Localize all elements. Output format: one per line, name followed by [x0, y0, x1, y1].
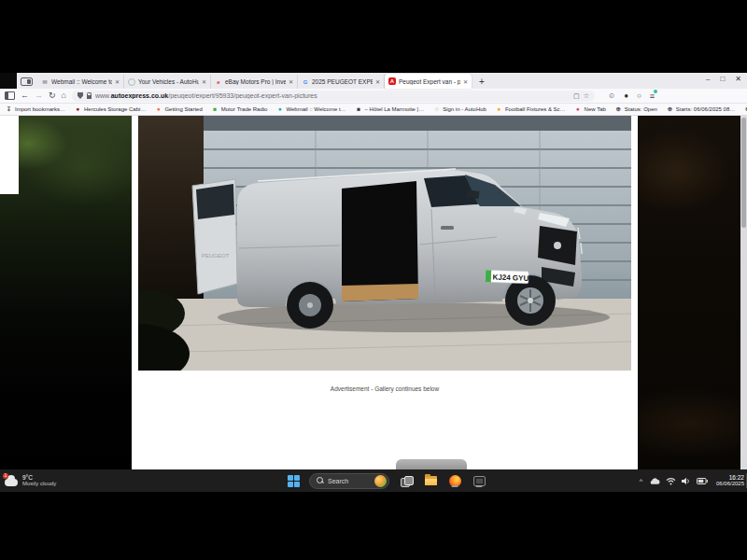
- bookmark-label: New Tab: [585, 106, 606, 112]
- clock-date: 06/06/2025: [716, 481, 744, 487]
- url-bar[interactable]: www.autoexpress.co.uk/peugeot/expert/959…: [72, 91, 595, 102]
- extension-icon-1[interactable]: ☺: [608, 92, 615, 100]
- bookmark-star-icon[interactable]: ☆: [584, 92, 589, 100]
- bookmark-item[interactable]: ● Getting Started: [155, 106, 202, 113]
- bookmark-item[interactable]: ⊕ Status: Open: [615, 106, 657, 113]
- browser-tab[interactable]: Your Vehicles - AutoHub ✕: [124, 75, 211, 89]
- tab-bar: ✉ Webmail :: Welcome to Webm ✕ Your Vehi…: [0, 73, 747, 89]
- bookmark-favicon: ●: [75, 106, 81, 113]
- tab-favicon: [128, 78, 135, 86]
- search-icon: [317, 477, 324, 484]
- speaker-icon[interactable]: [682, 477, 691, 485]
- page-action-icon[interactable]: ▢: [573, 92, 580, 100]
- forward-icon[interactable]: →: [35, 91, 43, 100]
- close-button[interactable]: ✕: [735, 75, 741, 83]
- wifi-icon[interactable]: [666, 477, 676, 485]
- reload-icon[interactable]: ↻: [49, 91, 56, 100]
- desktop-screen: ✉ Webmail :: Welcome to Webm ✕ Your Vehi…: [0, 0, 747, 560]
- bookmark-item[interactable]: ● Webmail :: Welcome t…: [276, 106, 345, 113]
- browser-tab[interactable]: ✉ Webmail :: Welcome to Webm ✕: [37, 75, 124, 89]
- bookmark-item[interactable]: ● Football Fixtures & Sc…: [496, 106, 566, 113]
- tab-close-icon[interactable]: ✕: [202, 78, 206, 85]
- shield-permissions-icon[interactable]: [78, 92, 83, 99]
- bookmark-label: Sign in - AutoHub: [443, 106, 486, 112]
- firefox-view-icon[interactable]: [21, 77, 33, 86]
- bookmark-favicon: ●: [276, 106, 283, 113]
- bookmarks-bar: ↧ Import bookmarks… ● Hercules Storage C…: [0, 104, 747, 116]
- gallery-next-photo[interactable]: [638, 116, 740, 469]
- system-tray: ^: [640, 469, 744, 492]
- bookmark-label: Football Fixtures & Sc…: [505, 106, 566, 112]
- windows-taskbar: 1 9°C Mostly cloudy Search ^: [0, 469, 747, 492]
- maximize-button[interactable]: □: [720, 75, 725, 83]
- sidebar-strip: [0, 116, 19, 194]
- onedrive-cloud-icon[interactable]: [648, 476, 660, 485]
- file-explorer-icon[interactable]: [423, 473, 438, 488]
- bookmark-label: Starts: 06/06/2025 08…: [676, 106, 735, 112]
- bookmark-favicon: ■: [212, 106, 218, 113]
- minimize-button[interactable]: –: [706, 75, 710, 83]
- floating-button[interactable]: [396, 459, 467, 469]
- bookmark-favicon: ⊕: [667, 106, 673, 113]
- tab-favicon: e: [215, 78, 222, 86]
- new-tab-button[interactable]: +: [479, 77, 485, 87]
- tab-close-icon[interactable]: ✕: [115, 78, 120, 85]
- cloud-weather-icon: 1: [5, 475, 19, 486]
- taskbar-clock[interactable]: 16:22 06/06/2025: [713, 474, 744, 488]
- bookmark-item[interactable]: ● Hercules Storage Cabi…: [75, 106, 146, 113]
- bookmark-item[interactable]: ○ Sign in - AutoHub: [433, 106, 486, 113]
- tab-title: Your Vehicles - AutoHub: [138, 78, 199, 85]
- bookmark-favicon: ⊕: [615, 106, 622, 113]
- bookmark-favicon: ●: [155, 106, 162, 113]
- task-view-icon[interactable]: [399, 473, 414, 488]
- bing-daily-icon[interactable]: [374, 475, 387, 487]
- gallery-content-column: PEUGEOT: [132, 116, 638, 469]
- bookmark-favicon: ↧: [6, 106, 12, 113]
- tab-favicon: ✉: [41, 78, 49, 86]
- hidden-icons-chevron[interactable]: ^: [640, 478, 642, 484]
- bookmark-favicon: ○: [433, 106, 440, 113]
- bookmark-label: Motor Trade Radio: [221, 106, 268, 112]
- home-icon[interactable]: ⌂: [62, 91, 66, 100]
- tabbar-notch: [0, 73, 17, 89]
- clock-time: 16:22: [716, 474, 744, 482]
- start-button-icon[interactable]: [288, 475, 300, 487]
- bookmark-label: Webmail :: Welcome t…: [286, 106, 345, 112]
- app-window-icon[interactable]: [472, 473, 486, 488]
- browser-tab[interactable]: G 2025 PEUGEOT EXPERT DIESEL ✕: [298, 75, 385, 89]
- gallery-previous-photo[interactable]: [0, 116, 132, 469]
- back-icon[interactable]: ←: [21, 91, 29, 100]
- firefox-taskbar-icon[interactable]: [447, 473, 462, 488]
- search-placeholder: Search: [328, 478, 371, 484]
- bookmark-item[interactable]: ⊕ Starts: 06/06/2025 08…: [667, 106, 735, 113]
- window-controls: – □ ✕: [706, 75, 741, 83]
- bookmark-label: Getting Started: [164, 106, 202, 112]
- browser-tab[interactable]: e eBay Motors Pro | Inventory ✕: [211, 75, 298, 89]
- gallery-main-photo[interactable]: PEUGEOT: [138, 116, 631, 371]
- tab-close-icon[interactable]: ✕: [463, 78, 468, 85]
- bookmark-item[interactable]: ● New Tab: [575, 106, 606, 113]
- bookmark-item[interactable]: ■ Motor Trade Radio: [212, 106, 268, 113]
- account-icon[interactable]: ●: [624, 92, 628, 100]
- extension-icon-2[interactable]: ○: [637, 92, 641, 100]
- extension-area: ☺ ● ○ ≡: [608, 91, 655, 101]
- app-menu-icon[interactable]: ≡: [650, 91, 655, 101]
- tab-title: 2025 PEUGEOT EXPERT DIESEL: [312, 78, 373, 85]
- battery-icon[interactable]: [697, 478, 708, 484]
- sidebar-toggle-icon[interactable]: [5, 91, 15, 100]
- page-scrollbar[interactable]: [740, 116, 747, 469]
- browser-tab[interactable]: A Peugeot Expert van - pictures | ✕: [385, 74, 472, 89]
- bookmark-favicon: ●: [496, 106, 502, 113]
- bookmark-item[interactable]: ↧ Import bookmarks…: [6, 106, 65, 113]
- lock-icon[interactable]: [87, 95, 92, 99]
- tab-strip: ✉ Webmail :: Welcome to Webm ✕ Your Vehi…: [37, 73, 472, 89]
- taskbar-search-box[interactable]: Search: [309, 473, 389, 489]
- tab-close-icon[interactable]: ✕: [289, 78, 293, 85]
- weather-widget[interactable]: 1 9°C Mostly cloudy: [0, 474, 84, 487]
- tab-close-icon[interactable]: ✕: [375, 78, 380, 85]
- scrollbar-thumb[interactable]: [741, 118, 746, 228]
- license-plate-text: KJ24 GYU: [492, 273, 529, 283]
- bookmark-item[interactable]: ■ – Hôtel La Marmotte |…: [356, 106, 425, 113]
- bookmark-label: Status: Open: [625, 106, 657, 112]
- firefox-window: ✉ Webmail :: Welcome to Webm ✕ Your Vehi…: [0, 73, 747, 469]
